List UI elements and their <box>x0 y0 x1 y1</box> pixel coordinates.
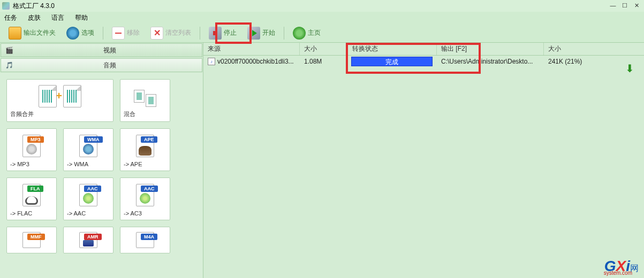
stop-icon <box>209 27 222 40</box>
audio-label: 音频 <box>17 61 202 70</box>
category-audio[interactable]: 🎵 音频 <box>1 58 202 72</box>
output-folder-label: 输出文件夹 <box>24 28 56 37</box>
ac3-label: -> AC3 <box>124 210 166 217</box>
cell-size: 1.08M <box>300 56 348 67</box>
th-output[interactable]: 输出 [F2] <box>437 43 544 55</box>
start-button[interactable]: 开始 <box>243 26 279 41</box>
ape-badge: APE <box>141 136 157 143</box>
ac3-badge: AAC <box>141 186 158 192</box>
flac-icon: FLA <box>22 184 41 206</box>
music-file-icon: ♪ <box>208 58 215 65</box>
aac-label: -> AAC <box>67 210 110 217</box>
fla-badge: FLA <box>27 186 43 192</box>
menu-task[interactable]: 任务 <box>4 13 17 22</box>
card-mmf[interactable]: MMF <box>6 227 57 253</box>
amr-badge: AMR <box>84 234 102 240</box>
card-m4a[interactable]: M4A <box>120 227 170 253</box>
close-button[interactable]: ✕ <box>631 1 642 10</box>
card-mp3[interactable]: MP3 -> MP3 <box>6 128 57 171</box>
status-complete: 完成 <box>351 57 433 66</box>
th-size[interactable]: 大小 <box>300 43 348 55</box>
download-arrow-icon: ⬇ <box>625 62 634 75</box>
aac-badge: AAC <box>84 186 101 192</box>
mix-icon <box>124 83 166 109</box>
video-label: 视频 <box>17 46 202 55</box>
category-video[interactable]: 🎬 视频 <box>1 43 202 57</box>
menubar: 任务 皮肤 语言 帮助 <box>0 12 644 24</box>
mmf-icon: MMF <box>22 232 41 248</box>
merge-icon: + <box>10 83 110 109</box>
card-flac[interactable]: FLA -> FLAC <box>6 177 57 220</box>
toolbar: 输出文件夹 选项 移除 ✕ 清空列表 停止 开始 主页 <box>0 24 644 43</box>
remove-button[interactable]: 移除 <box>108 26 144 41</box>
wma-label: -> WMA <box>67 161 110 167</box>
card-audio-merge[interactable]: + 音频合并 <box>6 79 113 122</box>
card-wma[interactable]: WMA -> WMA <box>63 128 113 171</box>
sidebar: 🎬 视频 🎵 音频 + 音频合并 <box>0 43 203 278</box>
stop-button[interactable]: 停止 <box>204 26 241 41</box>
window-title: 格式工厂 4.3.0 <box>13 2 55 11</box>
menu-help[interactable]: 帮助 <box>75 13 88 22</box>
wma-badge: WMA <box>84 136 103 143</box>
card-aac[interactable]: AAC -> AAC <box>63 177 113 220</box>
minimize-button[interactable]: — <box>608 1 618 10</box>
m4a-badge: M4A <box>141 234 157 240</box>
cell-output: C:\Users\Administrator\Deskto... <box>437 56 544 67</box>
mp3-icon: MP3 <box>22 135 41 157</box>
merge-label: 音频合并 <box>10 110 110 118</box>
clear-icon: ✕ <box>150 27 163 40</box>
amr-icon: AMR <box>79 232 97 248</box>
flac-label: -> FLAC <box>10 210 53 217</box>
home-label: 主页 <box>308 28 321 37</box>
clear-label: 清空列表 <box>165 28 191 37</box>
table-row[interactable]: ♪ v0200ff70000bchkib1dli3... 1.08M 完成 C:… <box>203 56 644 67</box>
wma-icon: WMA <box>79 135 97 157</box>
mmf-badge: MMF <box>27 234 45 240</box>
card-ape[interactable]: APE -> APE <box>120 128 170 171</box>
globe-icon <box>293 27 306 40</box>
menu-skin[interactable]: 皮肤 <box>28 13 41 22</box>
stop-label: 停止 <box>224 28 237 37</box>
mp3-badge: MP3 <box>27 136 44 143</box>
window-controls: — ☐ ✕ <box>608 1 642 10</box>
table-header-row: 来源 大小 转换状态 输出 [F2] 大小 <box>203 43 644 56</box>
ape-label: -> APE <box>124 161 166 167</box>
format-grid: + 音频合并 混合 MP3 <box>0 73 203 278</box>
th-source[interactable]: 来源 <box>203 43 300 55</box>
ape-icon: APE <box>136 135 154 157</box>
video-icon: 🎬 <box>3 44 15 56</box>
folder-icon <box>9 27 21 40</box>
ac3-icon: AAC <box>136 184 154 206</box>
watermark: G X i 网 system.com <box>604 258 639 275</box>
card-amr[interactable]: AMR <box>63 227 113 253</box>
mix-label: 混合 <box>124 110 166 118</box>
card-mix[interactable]: 混合 <box>120 79 170 122</box>
card-ac3[interactable]: AAC -> AC3 <box>120 177 170 220</box>
task-table: 来源 大小 转换状态 输出 [F2] 大小 ♪ v0200ff70000bchk… <box>203 43 644 278</box>
options-label: 选项 <box>81 28 94 37</box>
watermark-sub: system.com <box>604 270 632 276</box>
options-icon <box>66 27 79 40</box>
remove-label: 移除 <box>127 28 140 37</box>
mp3-label: -> MP3 <box>10 161 53 167</box>
start-icon <box>247 27 260 40</box>
home-button[interactable]: 主页 <box>289 26 325 41</box>
remove-icon <box>112 27 125 40</box>
maximize-button[interactable]: ☐ <box>619 1 630 10</box>
output-folder-button[interactable]: 输出文件夹 <box>4 26 60 41</box>
titlebar: 格式工厂 4.3.0 — ☐ ✕ <box>0 0 644 12</box>
audio-icon: 🎵 <box>3 59 15 71</box>
aac-icon: AAC <box>79 184 97 206</box>
start-label: 开始 <box>262 28 275 37</box>
menu-language[interactable]: 语言 <box>51 13 64 22</box>
options-button[interactable]: 选项 <box>62 26 99 41</box>
cell-outsize: 241K (21%) <box>544 56 613 67</box>
th-status[interactable]: 转换状态 <box>348 43 437 55</box>
clear-button[interactable]: ✕ 清空列表 <box>146 26 195 41</box>
cell-filename: v0200ff70000bchkib1dli3... <box>217 58 294 65</box>
content-area: 🎬 视频 🎵 音频 + 音频合并 <box>0 43 644 278</box>
app-icon <box>2 2 10 10</box>
m4a-icon: M4A <box>136 232 154 248</box>
th-outsize[interactable]: 大小 <box>544 43 613 55</box>
